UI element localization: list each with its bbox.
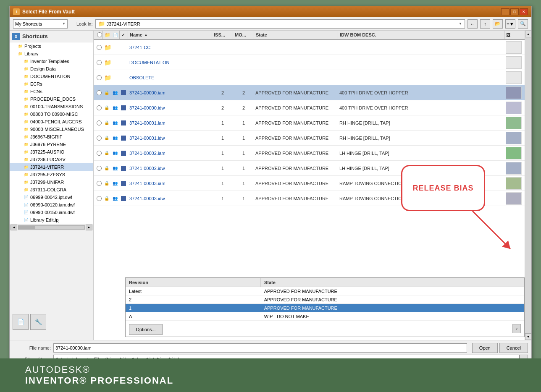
row-radio[interactable] [97, 196, 102, 201]
tree-item-library[interactable]: 📁Library [10, 50, 93, 57]
maximize-button[interactable]: □ [510, 8, 519, 15]
thumbnail [506, 147, 522, 159]
tree-item-miscellaneous[interactable]: 📁90000-MISCELLANEOUS [10, 125, 93, 133]
row-radio[interactable] [97, 45, 102, 50]
scroll-down-button[interactable]: ▼ [525, 333, 532, 340]
revision-confirm-button[interactable]: ✓ [512, 324, 521, 333]
revision-row[interactable]: 1 APPROVED FOR MANUFACTURE [126, 304, 524, 312]
table-row[interactable]: 🔒 👥 37241-00000.idw 2 2 APPROVED FOR MAN… [94, 100, 525, 115]
col-header-iss[interactable]: ISS... [212, 31, 233, 39]
tree-item-ezesys[interactable]: 📁J37295-EZESYS [10, 171, 93, 178]
close-button[interactable]: ✕ [520, 8, 528, 15]
settings-button[interactable]: 🔧 [30, 314, 46, 330]
shortcuts-title: Shortcuts [22, 33, 48, 39]
row-radio[interactable] [97, 136, 102, 141]
folder-icon: 📁 [23, 119, 29, 125]
tree-item-design-data[interactable]: 📁Design Data [10, 65, 93, 73]
folder-icon: 📁 [23, 141, 29, 147]
col-header-check[interactable] [95, 31, 103, 39]
table-row[interactable]: 📁 DOCUMENTATION [94, 55, 525, 70]
table-row[interactable]: 🔒 👥 37241-00002.iam 1 1 APPROVED FOR MAN… [94, 146, 525, 161]
tree-item-documentation[interactable]: 📁DOCUMENTATION [10, 73, 93, 80]
revision-row[interactable]: Latest APPROVED FOR MANUFACTURE [126, 287, 524, 295]
search-button[interactable]: 🔍 [518, 19, 528, 29]
state-square-icon [121, 136, 126, 141]
row-radio[interactable] [97, 75, 102, 80]
row-radio[interactable] [97, 166, 102, 171]
tree-item-inventor-templates[interactable]: 📁Inventor Templates [10, 57, 93, 65]
table-row[interactable]: 📁 37241-CC [94, 40, 525, 55]
tree-item-unifar[interactable]: 📁J37299-UNIFAR [10, 178, 93, 186]
tree-item-file2[interactable]: 📄06990-00120.iam.dwf [10, 201, 93, 209]
look-in-arrow[interactable]: ▼ [459, 22, 462, 26]
col-header-state-icon[interactable]: ✓ [120, 31, 128, 39]
tree-item-misc-800-900[interactable]: 📁00800 TO 00900-MISC [10, 110, 93, 118]
table-row[interactable]: 🔒 👥 37241-00000.iam 2 2 APPROVED FOR MAN… [94, 85, 525, 100]
col-header-thumb[interactable]: 🖼 [504, 31, 523, 39]
look-in-path[interactable]: 📁 J37241-VITERR ▼ [95, 19, 465, 29]
tree-item-ecrs[interactable]: 📁ECRs [10, 80, 93, 88]
row-radio[interactable] [97, 120, 102, 125]
people-icon: 👥 [113, 196, 118, 201]
tree-item-viterr[interactable]: 📁J37241-VITERR [10, 163, 93, 171]
tree-item-lucasv[interactable]: 📁J37236-LUCASV [10, 156, 93, 163]
nav-up-button[interactable]: ↑ [480, 19, 490, 29]
revision-row[interactable]: 2 APPROVED FOR MANUFACTURE [126, 295, 524, 304]
look-in-path-text: J37241-VITERR [107, 21, 140, 26]
cell-check [95, 45, 103, 50]
tree-item-pyrene[interactable]: 📁J36976-PYRENE [10, 141, 93, 148]
tree-item-transmissions[interactable]: 📁00100-TRANSMISSIONS [10, 103, 93, 110]
h-scroll-left[interactable]: ◄ [11, 225, 17, 230]
file-name-input[interactable] [53, 343, 467, 353]
scroll-up-button[interactable]: ▲ [525, 31, 532, 37]
tree-item-projects[interactable]: 📁Projects [10, 42, 93, 50]
radio-select[interactable] [97, 32, 102, 37]
tree-item-procedure-docs[interactable]: 📁PROCEDURE_DOCS [10, 95, 93, 103]
tree-item-file3[interactable]: 📄06990-00150.iam.dwf [10, 209, 93, 216]
cancel-button[interactable]: Cancel [499, 343, 528, 353]
folder-icon: 📁 [23, 96, 29, 102]
tree-item-auspio[interactable]: 📁J37225-AUSPIO [10, 148, 93, 156]
revision-row[interactable]: A WIP - DO NOT MAKE [126, 312, 524, 321]
lock-icon: 🔒 [104, 136, 109, 140]
tree-item-colgra[interactable]: 📁J37311-COLGRA [10, 186, 93, 193]
h-scroll-thumb[interactable] [18, 226, 35, 229]
cell-mo: 1 [233, 181, 254, 186]
minimize-button[interactable]: ─ [501, 8, 509, 15]
col-header-idw[interactable]: IDW BOM DESC. [338, 31, 504, 39]
tree-item-file4[interactable]: 📄Library Edit.ipj [10, 216, 93, 224]
new-file-button[interactable]: 📄 [13, 314, 29, 330]
tree-item-pencil-augers[interactable]: 📁04000-PENCIL AUGERS [10, 118, 93, 125]
col-header-name[interactable]: Name ▲ [128, 31, 212, 39]
brand-product: INVENTOR® PROFESSIONAL [25, 375, 541, 386]
tree-item-ecns[interactable]: 📁ECNs [10, 88, 93, 95]
h-scroll-right[interactable]: ► [86, 225, 92, 230]
row-radio[interactable] [97, 181, 102, 186]
open-button[interactable]: Open [472, 343, 498, 353]
view-options-button[interactable]: ≡▼ [505, 19, 515, 29]
nav-back-button[interactable]: ← [467, 19, 478, 29]
col-header-folder[interactable]: 📁 [103, 31, 111, 39]
table-row[interactable]: 🔒 👥 37241-00001.iam 1 1 APPROVED FOR MAN… [94, 115, 525, 131]
cell-folder-icon: 🔒 [103, 136, 111, 140]
my-shortcuts-dropdown[interactable]: My Shortcuts ▼ [13, 19, 68, 29]
options-button[interactable]: Options... [129, 324, 163, 335]
tree-item-file1[interactable]: 📄06999-00042.ipt.dwf [10, 193, 93, 201]
row-radio[interactable] [97, 105, 102, 110]
row-radio[interactable] [97, 90, 102, 95]
row-radio[interactable] [97, 60, 102, 65]
col-header-state[interactable]: State [254, 31, 338, 39]
cell-issue: 1 [212, 181, 233, 186]
cell-mo: 1 [233, 136, 254, 141]
table-row[interactable]: 🔒 👥 37241-00001.idw 1 1 APPROVED FOR MAN… [94, 131, 525, 146]
cell-state: APPROVED FOR MANUFACTURE [254, 136, 338, 141]
col-header-mo[interactable]: MO... [233, 31, 254, 39]
row-radio[interactable] [97, 151, 102, 156]
tree-item-bigrif[interactable]: 📁J36967-BIGRIF [10, 133, 93, 141]
table-row[interactable]: 📁 OBSOLETE [94, 70, 525, 85]
new-folder-button[interactable]: 📂 [493, 19, 503, 29]
horizontal-scrollbar[interactable]: ◄ ► [10, 224, 93, 230]
cell-state: APPROVED FOR MANUFACTURE [254, 166, 338, 171]
col-header-type[interactable]: 📄 [111, 31, 120, 39]
cell-folder-icon: 📁 [103, 44, 111, 51]
